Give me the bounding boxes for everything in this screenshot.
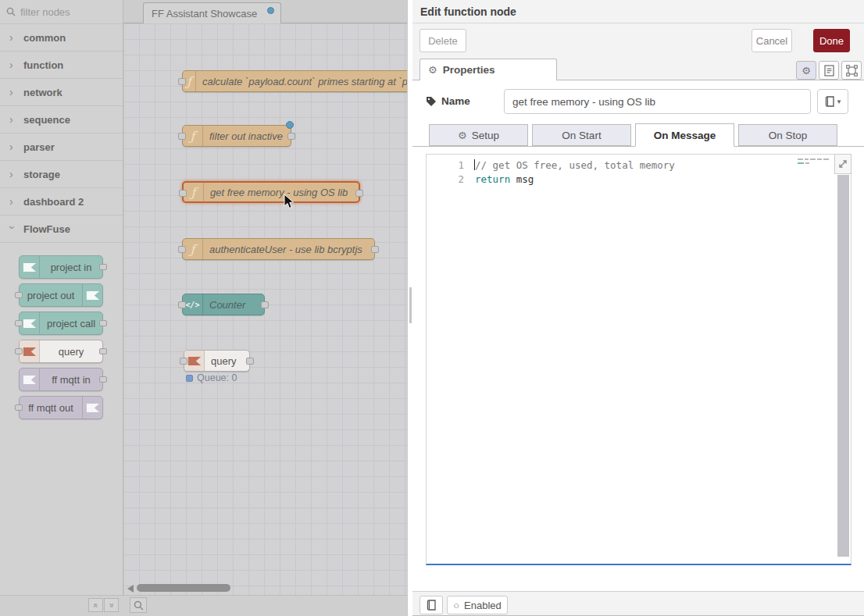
tab-properties[interactable]: ⚙ Properties — [420, 59, 557, 80]
code-line-2: return msg — [475, 173, 534, 187]
canvas-footer — [123, 595, 407, 616]
flow-canvas: FF Assistant Showcase ƒ calculate `paylo… — [123, 0, 407, 616]
input-port[interactable] — [180, 358, 187, 365]
zoom-search-button[interactable] — [130, 597, 147, 613]
input-port[interactable] — [15, 404, 23, 411]
enabled-toggle-button[interactable]: ○ Enabled — [447, 596, 508, 614]
node-calculate-primes[interactable]: ƒ calculate `payload.count` primes start… — [182, 70, 407, 92]
tray-drag-handle[interactable] — [409, 287, 412, 323]
palette-node-ff-mqtt-out[interactable]: ff mqtt out — [19, 396, 103, 419]
input-port[interactable] — [179, 190, 187, 197]
flowfuse-icon — [82, 284, 102, 306]
palette-category-flowfuse[interactable]: ›FlowFuse — [0, 215, 123, 243]
code-line-1: // get OS free, used, total memory — [475, 158, 675, 173]
flow-tab-label: FF Assistant Showcase — [152, 8, 257, 20]
input-port[interactable] — [178, 246, 186, 253]
palette-category-dashboard2[interactable]: ›dashboard 2 — [0, 188, 123, 215]
editor-scrollbar[interactable] — [837, 175, 849, 557]
collapse-all-button[interactable]: « — [88, 598, 103, 612]
done-button[interactable]: Done — [813, 29, 850, 52]
chevron-right-icon: › — [9, 141, 16, 153]
library-button[interactable]: ▾ — [817, 89, 848, 114]
tray-resize-edge[interactable] — [407, 0, 412, 616]
cancel-button[interactable]: Cancel — [752, 29, 792, 52]
double-chevron-up-icon: « — [91, 603, 100, 607]
palette-category-network[interactable]: ›network — [0, 79, 123, 106]
search-icon — [6, 7, 16, 16]
input-port[interactable] — [15, 320, 23, 326]
editor-minimap — [798, 158, 829, 166]
output-port[interactable] — [99, 348, 107, 354]
output-port[interactable] — [287, 133, 295, 140]
tag-icon — [426, 96, 437, 107]
tab-on-message[interactable]: On Message — [635, 123, 734, 147]
input-port[interactable] — [15, 348, 23, 354]
expand-editor-button[interactable] — [834, 154, 852, 174]
palette-category-parser[interactable]: ›parser — [0, 134, 123, 161]
flowfuse-icon — [20, 369, 40, 390]
status-text: Queue: 0 — [197, 372, 237, 383]
output-port[interactable] — [371, 246, 379, 253]
output-port[interactable] — [99, 264, 107, 270]
mouse-cursor — [284, 194, 295, 209]
chevron-right-icon: › — [9, 31, 16, 44]
palette-search-placeholder: filter nodes — [20, 6, 70, 18]
palette-category-storage[interactable]: ›storage — [0, 161, 123, 188]
expand-all-button[interactable]: « — [104, 598, 119, 612]
palette-node-query[interactable]: query — [19, 340, 103, 363]
delete-button[interactable]: Delete — [420, 29, 466, 52]
output-port[interactable] — [99, 376, 107, 383]
node-get-free-memory[interactable]: ƒ get free memory - using OS lib — [182, 181, 360, 203]
function-code-tabs: ⚙ Setup On Start On Message On Stop — [412, 123, 864, 147]
appearance-view-button[interactable] — [841, 61, 862, 80]
node-filter-out-inactive[interactable]: ƒ filter out inactive — [182, 125, 291, 147]
code-editor[interactable]: 1 2 // get OS free, used, total memory r… — [426, 154, 852, 565]
palette-node-ff-mqtt-in[interactable]: ff mqtt in — [19, 368, 103, 391]
search-icon — [134, 600, 144, 611]
footer-library-button[interactable] — [420, 596, 443, 614]
palette-node-project-call[interactable]: project call — [19, 312, 103, 335]
horizontal-scrollbar[interactable] — [137, 584, 230, 592]
input-port[interactable] — [178, 301, 186, 308]
output-port[interactable] — [99, 320, 107, 326]
node-counter[interactable]: </> Counter — [182, 294, 265, 315]
unsaved-changes-dot — [267, 7, 274, 14]
properties-view-button[interactable]: ⚙ — [796, 61, 816, 80]
palette-search[interactable]: filter nodes — [0, 0, 123, 24]
output-port[interactable] — [261, 301, 269, 308]
flow-tab-bar: FF Assistant Showcase — [123, 0, 407, 23]
tab-on-stop[interactable]: On Stop — [738, 124, 837, 146]
name-input[interactable] — [504, 89, 811, 114]
flow-tab[interactable]: FF Assistant Showcase — [143, 2, 281, 23]
caret-down-icon: ▾ — [837, 98, 841, 105]
book-icon — [825, 96, 835, 107]
palette-node-project-in[interactable]: project in — [19, 255, 103, 279]
input-port[interactable] — [178, 78, 186, 85]
output-port[interactable] — [246, 358, 254, 365]
dialog-footer: ○ Enabled — [412, 591, 864, 616]
canvas-grid[interactable] — [123, 23, 407, 595]
tab-setup[interactable]: ⚙ Setup — [429, 124, 528, 146]
output-port[interactable] — [355, 190, 363, 197]
palette-category-sequence[interactable]: ›sequence — [0, 106, 123, 134]
appearance-frame-icon — [846, 65, 858, 77]
palette-category-common[interactable]: ›common — [0, 24, 123, 52]
palette-node-project-out[interactable]: project out — [19, 283, 103, 307]
input-port[interactable] — [15, 292, 23, 298]
input-port[interactable] — [178, 133, 186, 140]
tab-on-start[interactable]: On Start — [532, 124, 631, 146]
palette-footer: « « — [0, 595, 123, 616]
enabled-circle-icon: ○ — [453, 600, 459, 611]
expand-icon — [838, 159, 848, 169]
enabled-label: Enabled — [464, 600, 502, 611]
book-icon — [427, 600, 437, 611]
palette-category-function[interactable]: ›function — [0, 52, 123, 79]
chevron-right-icon: › — [9, 59, 16, 71]
line-number: 2 — [427, 173, 464, 187]
node-authenticate-user[interactable]: ƒ authenticateUser - use lib bcryptjs — [182, 238, 375, 260]
node-query[interactable]: query — [184, 350, 250, 372]
description-view-button[interactable] — [819, 61, 839, 80]
dialog-button-bar: Delete Cancel Done — [412, 23, 864, 58]
scroll-left-arrow[interactable] — [127, 585, 134, 593]
gear-icon: ⚙ — [458, 130, 467, 141]
